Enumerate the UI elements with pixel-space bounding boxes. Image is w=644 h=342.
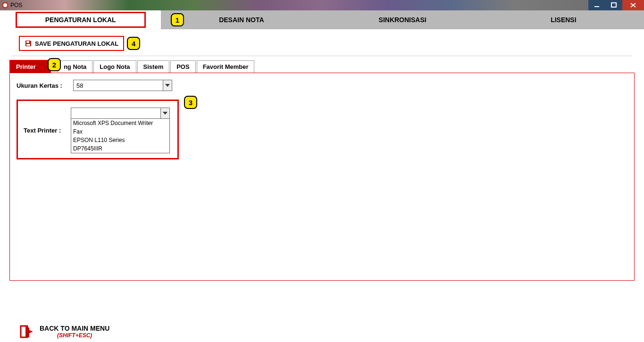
tab-label: Sistem bbox=[143, 63, 164, 70]
save-icon bbox=[25, 40, 32, 47]
maximize-icon bbox=[611, 2, 617, 8]
exit-icon bbox=[19, 324, 34, 339]
tab-pos[interactable]: POS bbox=[170, 60, 195, 73]
annotation-badge-1: 1 bbox=[171, 13, 184, 26]
minimize-icon bbox=[594, 2, 600, 8]
tab-logo-nota[interactable]: Logo Nota bbox=[93, 60, 136, 73]
tab-printer[interactable]: Printer bbox=[9, 60, 51, 73]
top-nav: PENGATURAN LOKAL DESAIN NOTA SINKRONISAS… bbox=[0, 10, 644, 29]
svg-rect-4 bbox=[26, 41, 29, 43]
svg-marker-7 bbox=[163, 112, 167, 115]
settings-tabs: Printer 2 ng Nota Logo Nota Sistem POS F… bbox=[9, 60, 635, 73]
app-icon bbox=[2, 2, 8, 8]
text-printer-dropdown-list: Microsoft XPS Document Writer Fax EPSON … bbox=[71, 119, 170, 153]
nav-tab-label: LISENSI bbox=[551, 16, 576, 24]
annotation-badge-3: 3 bbox=[184, 96, 197, 109]
settings-tabs-wrap: Printer 2 ng Nota Logo Nota Sistem POS F… bbox=[0, 60, 644, 281]
text-printer-box-wrap: 3 Text Printer : Microsoft XPS Document … bbox=[17, 96, 179, 159]
back-to-main-menu[interactable]: BACK TO MAIN MENU (SHIFT+ESC) bbox=[19, 324, 109, 339]
text-printer-value[interactable] bbox=[71, 108, 160, 119]
svg-marker-6 bbox=[165, 84, 170, 87]
nav-tab-desain-nota[interactable]: DESAIN NOTA bbox=[161, 10, 322, 29]
chevron-down-icon bbox=[165, 84, 170, 87]
back-label: BACK TO MAIN MENU bbox=[40, 325, 109, 332]
paper-size-value[interactable]: 58 bbox=[73, 80, 163, 91]
close-icon bbox=[630, 2, 636, 8]
tab-label: Logo Nota bbox=[100, 63, 130, 70]
close-button[interactable] bbox=[622, 0, 644, 10]
printer-option[interactable]: Microsoft XPS Document Writer bbox=[71, 119, 169, 127]
separator bbox=[11, 56, 633, 56]
annotation-badge-4: 4 bbox=[127, 37, 140, 50]
tab-sistem[interactable]: Sistem bbox=[137, 60, 170, 73]
tab-label: Printer bbox=[16, 63, 36, 70]
save-button-label: SAVE PENGATURAN LOKAL bbox=[35, 40, 118, 47]
text-printer-label: Text Printer : bbox=[24, 127, 71, 134]
back-text: BACK TO MAIN MENU (SHIFT+ESC) bbox=[40, 325, 109, 339]
text-printer-box: Text Printer : Microsoft XPS Document Wr… bbox=[17, 100, 179, 159]
annotation-badge-2: 2 bbox=[48, 58, 61, 71]
tab-favorit-member[interactable]: Favorit Member bbox=[197, 60, 255, 73]
tab-label: Favorit Member bbox=[203, 63, 249, 70]
paper-size-dropdown-button[interactable] bbox=[163, 80, 172, 91]
window-title: POS bbox=[10, 2, 22, 8]
text-printer-combo bbox=[71, 108, 170, 119]
nav-tab-lisensi[interactable]: LISENSI bbox=[483, 10, 644, 29]
window-controls bbox=[588, 0, 644, 10]
nav-tab-sinkronisasi[interactable]: SINKRONISASI bbox=[322, 10, 483, 29]
text-printer-row: Text Printer : Microsoft XPS Document Wr… bbox=[24, 108, 170, 153]
svg-rect-5 bbox=[26, 44, 30, 46]
svg-rect-0 bbox=[594, 6, 599, 7]
nav-tab-pengaturan-lokal[interactable]: PENGATURAN LOKAL bbox=[0, 10, 161, 29]
nav-tab-label: PENGATURAN LOKAL bbox=[16, 12, 146, 28]
svg-rect-1 bbox=[611, 3, 616, 7]
printer-option[interactable]: DP7645IIIR bbox=[71, 144, 169, 153]
title-bar: POS bbox=[0, 0, 644, 10]
tab-label: ng Nota bbox=[64, 63, 86, 70]
printer-option[interactable]: Fax bbox=[71, 127, 169, 136]
text-printer-dropdown-button[interactable] bbox=[160, 108, 170, 119]
back-shortcut: (SHIFT+ESC) bbox=[40, 332, 109, 339]
minimize-button[interactable] bbox=[588, 0, 605, 10]
tab-setting-nota[interactable]: ng Nota bbox=[58, 60, 92, 73]
tab-label: POS bbox=[176, 63, 189, 70]
maximize-button[interactable] bbox=[605, 0, 622, 10]
printer-panel: Ukuran Kertas : 58 3 Text Printer : bbox=[9, 73, 635, 281]
nav-tab-label: SINKRONISASI bbox=[379, 16, 427, 24]
paper-size-combo: 58 bbox=[73, 80, 172, 91]
nav-tab-label: DESAIN NOTA bbox=[219, 16, 264, 24]
chevron-down-icon bbox=[163, 112, 167, 115]
printer-option[interactable]: EPSON L110 Series bbox=[71, 136, 169, 144]
save-row: SAVE PENGATURAN LOKAL 4 bbox=[0, 29, 644, 56]
paper-size-row: Ukuran Kertas : 58 bbox=[17, 80, 627, 91]
paper-size-label: Ukuran Kertas : bbox=[17, 82, 73, 89]
save-button[interactable]: SAVE PENGATURAN LOKAL bbox=[19, 36, 124, 51]
